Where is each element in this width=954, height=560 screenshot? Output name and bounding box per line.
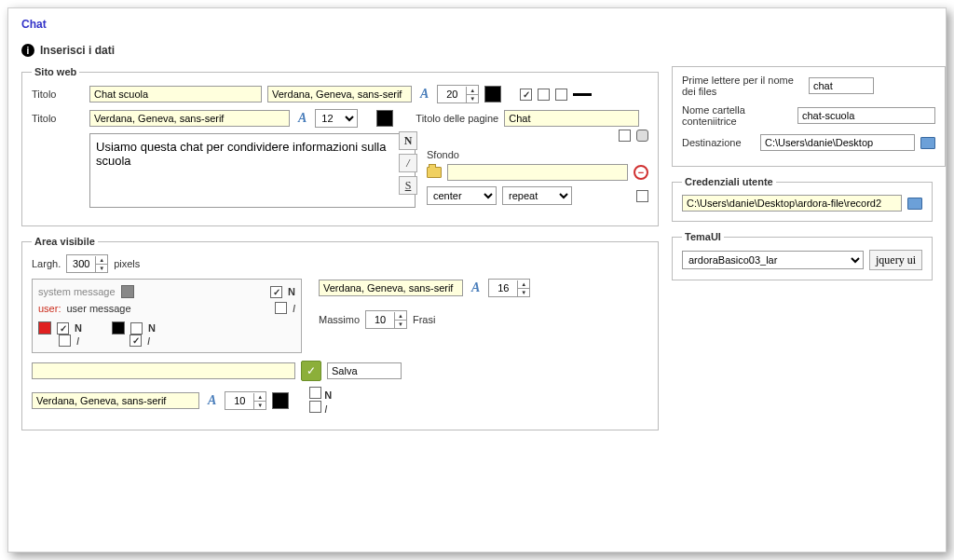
- sys-bold-n: N: [288, 286, 295, 297]
- spin-up-icon[interactable]: ▲: [467, 87, 478, 95]
- cred-folder-icon[interactable]: [907, 198, 922, 210]
- cb-opt1[interactable]: [520, 89, 532, 101]
- area-bold-cb[interactable]: [309, 387, 321, 399]
- salva-input[interactable]: [327, 362, 402, 379]
- user-color2[interactable]: [112, 321, 125, 335]
- spin-down-icon[interactable]: ▼: [96, 265, 107, 272]
- color1-swatch[interactable]: [484, 86, 501, 102]
- sys-message-text: system message: [38, 286, 116, 297]
- tema-select[interactable]: ardoraBasico03_lar: [682, 251, 864, 269]
- u2-bold-cb[interactable]: [130, 322, 143, 335]
- sys-bold-cb[interactable]: [270, 286, 282, 298]
- pages-title-input[interactable]: [504, 110, 639, 127]
- dest-folder-icon[interactable]: [920, 137, 935, 149]
- save-input[interactable]: [32, 362, 295, 379]
- jquery-ui-button[interactable]: jquery ui: [869, 250, 922, 270]
- area-fontsize-value[interactable]: [489, 281, 517, 294]
- credenziali-group: Credenziali utente: [672, 176, 933, 222]
- massimo-label: Massimo: [319, 314, 360, 325]
- sfondo-path-input[interactable]: [447, 164, 628, 181]
- font1-input[interactable]: [267, 86, 412, 102]
- largh-label: Largh.: [32, 258, 61, 269]
- thick-line-icon: [573, 93, 592, 96]
- sito-web-legend: Sito web: [32, 66, 79, 77]
- titolo1-label: Titolo: [32, 89, 84, 100]
- cb-sfondo[interactable]: [636, 190, 648, 202]
- insert-data-label: Inserisci i dati: [40, 44, 115, 57]
- app-title: Chat: [21, 18, 933, 31]
- spin-down-icon[interactable]: ▼: [518, 289, 529, 296]
- spin-up-icon[interactable]: ▲: [395, 312, 406, 321]
- spin-up-icon[interactable]: ▲: [254, 393, 266, 402]
- ok-button[interactable]: [301, 361, 321, 381]
- area-font2size-value[interactable]: [225, 394, 253, 407]
- underline-button[interactable]: S: [399, 176, 417, 195]
- description-textarea[interactable]: Usiamo questa chat per condividere infor…: [89, 133, 416, 208]
- spin-down-icon[interactable]: ▼: [395, 321, 406, 328]
- font-a2-icon[interactable]: A: [295, 111, 309, 126]
- spin-down-icon[interactable]: ▼: [467, 95, 478, 102]
- cb-pages-2[interactable]: [636, 130, 648, 142]
- spin-up-icon[interactable]: ▲: [518, 280, 529, 289]
- area-ital-cb[interactable]: [309, 401, 321, 413]
- area-bold-n: N: [324, 389, 332, 401]
- titolo2-label: Titolo: [32, 113, 84, 124]
- font2-input[interactable]: [89, 110, 290, 127]
- u1-bold-n: N: [75, 322, 82, 334]
- info-icon: i: [21, 44, 34, 57]
- prime-lettere-label: Prime lettere per il nome dei files: [682, 75, 803, 97]
- pages-title-label: Titolo delle pagine: [416, 113, 498, 124]
- bold-button[interactable]: N: [399, 131, 417, 150]
- frasi-label: Frasi: [413, 314, 435, 325]
- cb-opt3[interactable]: [555, 89, 567, 101]
- font-a-icon[interactable]: A: [417, 87, 431, 102]
- bg-pos-select[interactable]: center: [427, 186, 497, 205]
- area-color-swatch[interactable]: [272, 392, 289, 409]
- u1-ital-cb[interactable]: [59, 335, 71, 347]
- largh-spinner[interactable]: ▲▼: [66, 254, 108, 273]
- delete-icon[interactable]: [634, 165, 648, 180]
- size1-value[interactable]: [438, 88, 466, 101]
- font-a4-icon[interactable]: A: [205, 393, 219, 408]
- spin-down-icon[interactable]: ▼: [254, 402, 266, 409]
- folder-open-icon[interactable]: [427, 167, 442, 178]
- u2-ital-i: I: [147, 335, 150, 347]
- tema-legend: TemaUI: [682, 231, 724, 242]
- sys-ital-cb[interactable]: [275, 302, 287, 314]
- area-font2size-spinner[interactable]: ▲▼: [225, 391, 266, 410]
- cartella-input[interactable]: [797, 107, 935, 124]
- user-color1[interactable]: [38, 321, 51, 335]
- temaui-group: TemaUI ardoraBasico03_lar jquery ui: [672, 231, 933, 280]
- u1-ital-i: I: [76, 335, 79, 347]
- max-spinner[interactable]: ▲▼: [365, 310, 407, 329]
- sito-web-group: Sito web Titolo A ▲▼: [21, 66, 659, 226]
- color2-swatch[interactable]: [376, 110, 393, 127]
- titolo1-input[interactable]: [89, 86, 262, 102]
- u2-bold-n: N: [148, 322, 156, 334]
- size1-spinner[interactable]: ▲▼: [437, 85, 479, 103]
- cred-input[interactable]: [682, 195, 902, 212]
- largh-value[interactable]: [67, 257, 95, 270]
- u1-bold-cb[interactable]: [57, 322, 69, 335]
- u2-ital-cb[interactable]: [129, 335, 142, 347]
- section-header: i Inserisci i dati: [21, 44, 933, 57]
- area-font2-input[interactable]: [32, 392, 199, 409]
- area-visibile-group: Area visibile Largh. ▲▼ pixels system me…: [21, 236, 659, 430]
- cartella-label: Nome cartella conteniitrice: [682, 104, 792, 127]
- prime-lettere-input[interactable]: [809, 77, 874, 94]
- user-prefix: user:: [38, 303, 61, 314]
- bg-repeat-select[interactable]: repeat: [502, 186, 572, 205]
- cb-opt2[interactable]: [538, 89, 550, 101]
- cb-pages-1[interactable]: [619, 130, 631, 142]
- sys-color-swatch[interactable]: [121, 285, 134, 298]
- area-fontsize-spinner[interactable]: ▲▼: [488, 279, 530, 297]
- size2-select[interactable]: 12: [315, 109, 358, 128]
- max-value[interactable]: [366, 313, 394, 326]
- file-settings-group: Prime lettere per il nome dei files Nome…: [672, 66, 946, 167]
- cred-legend: Credenziali utente: [682, 176, 776, 187]
- area-font-input[interactable]: [319, 280, 463, 296]
- font-a3-icon[interactable]: A: [469, 280, 483, 295]
- dest-input[interactable]: [760, 134, 915, 151]
- spin-up-icon[interactable]: ▲: [96, 256, 107, 265]
- italic-button[interactable]: /: [399, 154, 417, 172]
